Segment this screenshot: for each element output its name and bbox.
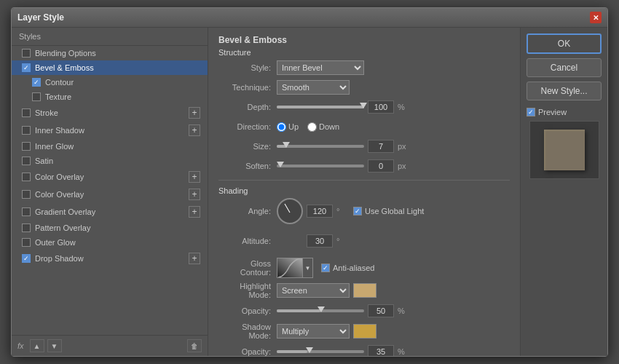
list-item[interactable]: Drop Shadow + [12,250,208,267]
use-global-light-option[interactable]: Use Global Light [353,207,424,215]
outer-glow-label: Outer Glow [35,238,76,247]
anti-aliased-label: Anti-aliased [333,264,374,272]
structure-section-title: Structure [218,48,510,57]
inner-shadow-checkbox[interactable] [22,126,31,135]
list-item[interactable]: Inner Shadow + [12,122,208,139]
list-item[interactable]: Satin [12,154,208,168]
list-item[interactable]: Inner Glow [12,139,208,154]
soften-label: Soften: [218,162,277,170]
shadow-opacity-row: Opacity: % [218,344,510,356]
direction-up-option[interactable]: Up [277,122,299,132]
drop-shadow-checkbox[interactable] [22,254,31,263]
delete-button[interactable]: 🗑 [187,339,202,352]
shadow-opacity-input[interactable] [368,345,394,356]
depth-slider[interactable] [277,106,364,108]
altitude-row: Altitude: ° [218,228,510,254]
shadow-color-swatch[interactable] [353,324,376,339]
stroke-checkbox[interactable] [22,108,31,117]
inner-shadow-label: Inner Shadow [35,126,84,135]
style-control: Inner Bevel Outer Bevel Emboss [277,60,510,75]
new-style-button[interactable]: New Style... [527,82,602,100]
soften-input[interactable] [368,159,394,173]
use-global-light-checkbox[interactable] [353,207,362,215]
depth-input[interactable] [368,100,394,114]
highlight-mode-label: Highlight Mode: [218,282,277,299]
gradient-overlay-add-button[interactable]: + [189,206,200,218]
color-overlay1-checkbox[interactable] [22,173,31,181]
contour-checkbox[interactable] [32,78,41,87]
list-item[interactable]: Contour [12,75,208,90]
technique-select[interactable]: Smooth Chisel Hard Chisel Soft [277,80,350,95]
direction-label: Direction: [218,122,277,131]
move-down-button[interactable]: ▼ [47,339,62,352]
anti-aliased-option[interactable]: Anti-aliased [321,264,374,272]
highlight-color-swatch[interactable] [353,283,376,298]
depth-control: % [277,100,510,114]
color-overlay2-add-button[interactable]: + [189,189,200,200]
close-button[interactable]: ✕ [590,12,602,23]
direction-down-radio[interactable] [307,122,317,132]
color-overlay1-add-button[interactable]: + [189,171,200,183]
angle-wheel[interactable] [277,198,303,224]
highlight-opacity-label: Opacity: [218,306,277,315]
pattern-overlay-checkbox[interactable] [22,223,31,232]
size-input[interactable] [368,140,394,153]
preview-text: Preview [538,108,567,116]
satin-checkbox[interactable] [22,157,31,165]
size-slider[interactable] [277,145,364,148]
size-unit: px [398,142,411,151]
inner-shadow-add-button[interactable]: + [189,124,200,136]
list-item[interactable]: Blending Options [12,46,208,60]
altitude-input[interactable] [307,234,333,248]
dialog-body: Styles Blending Options Bevel & Emboss C… [12,28,607,356]
list-item[interactable]: Pattern Overlay [12,221,208,235]
angle-unit: ° [336,207,350,215]
list-item[interactable]: Color Overlay + [12,186,208,203]
direction-up-radio[interactable] [277,122,286,132]
gloss-contour-dropdown[interactable]: ▼ [277,258,313,278]
anti-aliased-checkbox[interactable] [321,264,330,272]
layer-style-dialog: Layer Style ✕ Styles Blending Options Be… [11,7,608,357]
preview-label-row[interactable]: Preview [527,108,602,116]
highlight-mode-select[interactable]: Screen Normal Multiply [277,283,350,298]
list-item[interactable]: Outer Glow [12,235,208,250]
gradient-overlay-checkbox[interactable] [22,207,31,216]
soften-slider[interactable] [277,165,364,167]
technique-row: Technique: Smooth Chisel Hard Chisel Sof… [218,79,510,95]
gloss-contour-preview[interactable] [277,258,303,278]
list-item[interactable]: Stroke + [12,104,208,122]
gloss-contour-arrow[interactable]: ▼ [303,258,313,278]
highlight-mode-control: Screen Normal Multiply [277,283,510,298]
color-overlay2-checkbox[interactable] [22,190,31,199]
move-up-button[interactable]: ▲ [30,339,44,352]
outer-glow-checkbox[interactable] [22,238,31,247]
direction-down-option[interactable]: Down [307,122,339,132]
blending-options-checkbox[interactable] [22,49,31,58]
ok-button[interactable]: OK [527,33,602,54]
drop-shadow-add-button[interactable]: + [189,253,200,264]
inner-glow-checkbox[interactable] [22,142,31,151]
list-item[interactable]: Color Overlay + [12,168,208,186]
angle-input[interactable] [307,205,333,218]
altitude-label: Altitude: [218,237,277,245]
texture-label: Texture [45,92,71,101]
highlight-opacity-input[interactable] [368,304,394,317]
shadow-opacity-label: Opacity: [218,347,277,356]
shadow-opacity-slider[interactable] [277,350,364,353]
soften-row: Soften: px [218,158,510,174]
highlight-opacity-slider[interactable] [277,309,364,312]
texture-checkbox[interactable] [32,92,41,101]
fx-label: fx [17,341,24,350]
bevel-emboss-checkbox[interactable] [22,63,31,72]
preview-checkbox[interactable] [527,108,535,116]
list-item[interactable]: Bevel & Emboss [12,60,208,75]
style-row: Style: Inner Bevel Outer Bevel Emboss [218,60,510,76]
list-item[interactable]: Texture [12,90,208,104]
shadow-mode-select[interactable]: Multiply Normal Screen [277,324,350,339]
cancel-button[interactable]: Cancel [527,58,602,77]
list-item[interactable]: Gradient Overlay + [12,203,208,221]
direction-down-label: Down [319,122,339,131]
stroke-add-button[interactable]: + [189,107,200,119]
style-select[interactable]: Inner Bevel Outer Bevel Emboss [277,60,364,75]
technique-control: Smooth Chisel Hard Chisel Soft [277,80,510,95]
